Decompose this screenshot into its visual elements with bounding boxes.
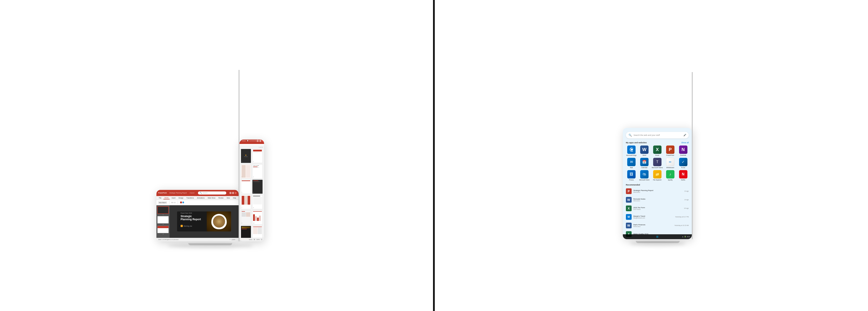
word-icon: W	[640, 146, 649, 154]
ppt-search-input[interactable]: Search	[203, 192, 208, 194]
app-word[interactable]: W Word	[639, 146, 650, 156]
app-powerpoint[interactable]: P PowerPoint	[664, 146, 676, 156]
ppt-right-screen: 🔗 Share 💬 Comments ─ □ ✕ 1 of 24	[240, 139, 264, 241]
right-maximize[interactable]: □	[259, 140, 261, 142]
device2-hinge	[692, 72, 693, 239]
tab-design[interactable]: Design	[178, 197, 185, 199]
rec-item-2[interactable]: W Remodel Notes Word.docx 1h ago	[626, 196, 689, 203]
tab-slideshow[interactable]: Slide Show	[207, 197, 216, 199]
coffee-background	[207, 212, 231, 232]
slide-thumb-10[interactable]: 10	[252, 210, 263, 225]
system-tray: ▲ 🔋 10:21	[682, 236, 690, 237]
shape-rect	[180, 201, 182, 203]
right-minimize[interactable]: ─	[257, 140, 259, 142]
onenote-label: OneNote	[680, 155, 686, 156]
excel-icon: X	[653, 146, 661, 154]
tab-review[interactable]: Review	[217, 197, 224, 199]
rec-item-1[interactable]: P Strategic Planning Report Word.docx 1h…	[626, 188, 689, 195]
calendar-icon: 📅	[640, 158, 649, 166]
bold-btn[interactable]: B	[172, 202, 173, 203]
rec-item-3[interactable]: X 2019 Tax Form 2019 Taxes 1/h ago	[626, 205, 689, 212]
italic-btn[interactable]: I	[173, 202, 174, 203]
rec-name-2: Remodel Notes	[633, 198, 683, 200]
whiteboard-icon: ✏	[666, 158, 675, 166]
rec-item-5[interactable]: W Dad's Finances Home.docx Yesterday at …	[626, 222, 689, 229]
ppt-content-area: 1 2 3	[156, 205, 238, 238]
app-onenote[interactable]: N OneNote	[678, 146, 689, 156]
app-name-label: PowerPoint	[158, 192, 167, 194]
app-calendar[interactable]: 📅 Calendar	[639, 158, 650, 168]
tab-animations[interactable]: Animations	[196, 197, 206, 199]
app-spotify[interactable]: ♪ Spotify	[664, 170, 676, 181]
slide-current: Fiscal Year 2016 Strategic Planning Repo…	[177, 212, 231, 232]
slide-thumb-mini[interactable]: 2	[157, 216, 169, 225]
saved-label: • Saved	[189, 192, 194, 194]
show-all-link[interactable]: Show all	[681, 142, 689, 144]
slide-thumb-1[interactable]: Strategic 1	[241, 149, 251, 163]
rec-icon-5: W	[626, 223, 631, 228]
new-slide-btn[interactable]: New Slide ▾	[158, 201, 167, 204]
tab-home[interactable]: Home	[163, 196, 170, 199]
right-close[interactable]: ✕	[262, 140, 264, 142]
tab-help[interactable]: Help	[232, 197, 237, 199]
file-name-label: Strategic Planning Report	[169, 192, 187, 194]
app-netflix[interactable]: N Netflix	[678, 170, 689, 181]
underline-btn[interactable]: U	[175, 202, 176, 203]
logo-icon	[181, 225, 183, 227]
app-store[interactable]: 🛍 Microsoft Store	[639, 170, 650, 181]
edge-label: Microsoft Edge	[626, 155, 637, 156]
apps-grid: Microsoft Edge W Word X Excel	[626, 146, 689, 181]
edge-icon	[627, 146, 636, 154]
share-btn[interactable]: 🔗 Share	[240, 140, 246, 142]
start-button[interactable]: ⊞	[656, 235, 658, 238]
microphone-icon[interactable]: 🎤	[683, 134, 686, 136]
zoom-in-btn[interactable]: +	[229, 239, 230, 241]
app-whiteboard[interactable]: ✏ Whiteboard	[664, 158, 676, 168]
zoom-out-btn[interactable]: -	[236, 239, 237, 241]
app-excel[interactable]: X Excel	[652, 146, 663, 156]
app-edge[interactable]: Microsoft Edge	[626, 146, 637, 156]
app-mail[interactable]: ✉ Mail	[626, 158, 637, 168]
tab-transitions[interactable]: Transitions	[185, 197, 195, 199]
slide-left-panel: Fiscal Year 2016 Strategic Planning Repo…	[177, 212, 207, 232]
zoom-fit[interactable]: ⊡	[261, 239, 262, 241]
slide-thumb-3[interactable]: 3	[241, 164, 251, 179]
slide-thumb-6[interactable]: 6	[252, 180, 263, 194]
todo-label: To Do	[681, 167, 685, 168]
slide-thumb-5[interactable]: 5	[241, 180, 251, 194]
slide-thumb-7[interactable]: 7	[241, 195, 251, 209]
wifi-icon: ▲	[682, 236, 683, 237]
center-divider	[433, 0, 435, 311]
rec-item-4[interactable]: M Margie's Travel Margiestravel.com Yest…	[626, 213, 689, 220]
comments-btn[interactable]: 💬 Comments	[247, 140, 257, 142]
slide-year: Fiscal Year 2016	[181, 212, 203, 214]
zoom-pct: 100%	[231, 239, 235, 241]
slide-title: Strategic Planning Report	[181, 215, 203, 221]
app-explorer[interactable]: 📁 File Explorer	[652, 170, 663, 181]
slide-thumb-9[interactable]: 9	[241, 210, 251, 225]
slide-thumb-2[interactable]: 2	[252, 149, 263, 163]
slide-thumbnails-panel: Strategic 1 2	[241, 149, 263, 240]
notes-label[interactable]: Notes	[249, 239, 252, 240]
minimize-btn[interactable]: ─	[229, 192, 231, 194]
tab-insert[interactable]: Insert	[170, 197, 177, 199]
app-photos[interactable]: 🖼 Photos	[626, 170, 637, 181]
slide-thumb-8[interactable]: 8	[252, 195, 263, 209]
slide-thumb-mini[interactable]: 3	[157, 226, 169, 235]
slide-thumb-mini[interactable]: 1	[157, 207, 169, 215]
rec-time-5: Yesterday at 10:15 AM	[675, 225, 689, 226]
maximize-btn[interactable]: □	[232, 192, 234, 194]
view-normal[interactable]: ⊞	[254, 239, 255, 241]
app-teams[interactable]: T Microsoft Teams	[652, 158, 663, 168]
tab-file[interactable]: File	[158, 197, 162, 199]
coffee-liquid	[213, 215, 225, 227]
windows-search-bar[interactable]: 🔍 Search the web and your stuff 🎤	[626, 132, 689, 138]
slide-thumb-4[interactable]: TRUE / FALSE 4	[252, 164, 263, 179]
rec-sub-1: Word.docx	[633, 191, 683, 193]
recommended-title: Recommended	[626, 184, 689, 186]
search-placeholder-text: Search the web and your stuff	[633, 134, 682, 136]
tab-view[interactable]: View	[225, 197, 231, 199]
app-todo[interactable]: ✓ To Do	[678, 158, 689, 168]
close-btn[interactable]: ✕	[235, 192, 237, 194]
rec-time-4: Yesterday at 8:17 PM	[675, 216, 689, 218]
